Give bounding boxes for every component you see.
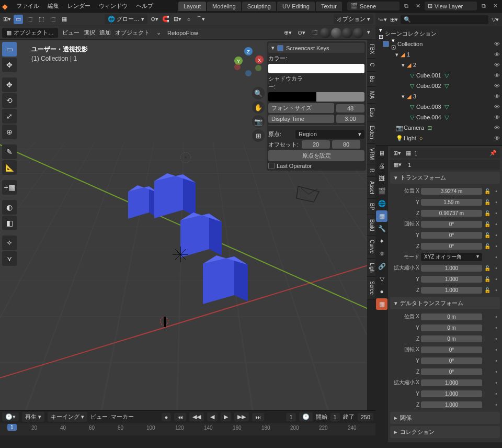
ptab-render[interactable]: 🖥: [376, 148, 387, 159]
select-mode2-icon[interactable]: ⬚: [37, 15, 46, 24]
ptab-output[interactable]: 🖨: [376, 160, 387, 172]
select-mode3-icon[interactable]: ⬚: [48, 15, 58, 24]
ptab-data[interactable]: ▽: [376, 273, 387, 285]
outliner-search[interactable]: 🔍: [401, 15, 488, 24]
tool-cursor[interactable]: ✥: [2, 58, 17, 72]
xray-icon[interactable]: ⬚: [310, 28, 320, 37]
outliner-display-icon[interactable]: ⊞▾: [389, 15, 398, 24]
loc-y[interactable]: 1.59 m: [421, 199, 482, 206]
tool-select[interactable]: ▭: [2, 42, 17, 57]
autokey-icon[interactable]: ●: [162, 413, 172, 421]
visibility-toggle[interactable]: 👁: [493, 41, 501, 47]
menu-file[interactable]: ファイル: [12, 2, 43, 10]
hdr-select[interactable]: 選択: [84, 29, 95, 37]
camera-object[interactable]: [295, 184, 322, 206]
light-object[interactable]: [178, 150, 193, 166]
menu-edit[interactable]: 編集: [43, 2, 63, 10]
ptab-modifiers[interactable]: 🔧: [376, 223, 387, 234]
mode-selector[interactable]: ▦ オブジェクト…: [2, 28, 58, 38]
dloc-z[interactable]: 0 m: [421, 335, 482, 342]
breadcrumb[interactable]: ⊞▾ ▦ 1📌: [390, 148, 500, 158]
menu-help[interactable]: ヘルプ: [132, 2, 157, 10]
tool-add-cube[interactable]: +▦: [2, 180, 17, 195]
workspace-tab-layout[interactable]: Layout: [178, 2, 206, 11]
drot-z[interactable]: 0°: [421, 368, 482, 375]
origin-dropdown[interactable]: Region▾: [295, 130, 364, 139]
visibility-toggle[interactable]: 👁: [493, 114, 501, 120]
scale-x[interactable]: 1.000: [421, 265, 482, 272]
dloc-x[interactable]: 0 m: [421, 313, 482, 320]
scale-y[interactable]: 1.000: [421, 276, 482, 283]
lastop-checkbox[interactable]: [268, 163, 275, 169]
ptab-particles[interactable]: ✦: [376, 236, 387, 247]
workspace-tab-texture[interactable]: Textur: [316, 2, 342, 11]
ntab-build[interactable]: Build: [367, 215, 375, 236]
select-mode-icon[interactable]: ⬚: [25, 15, 35, 24]
tool-extra3[interactable]: ✧: [2, 236, 17, 250]
current-frame[interactable]: 1: [286, 413, 295, 421]
drot-y[interactable]: 0°: [421, 357, 482, 364]
ntab-r[interactable]: R: [367, 164, 375, 177]
dloc-y[interactable]: 0 m: [421, 324, 482, 331]
tree-item-Cube-001[interactable]: ▽ Cube.001▽👁: [376, 70, 501, 81]
proportional-falloff-icon[interactable]: ⌒▾: [196, 15, 205, 24]
playhead[interactable]: 1: [7, 424, 17, 431]
sk-enable-checkbox[interactable]: [277, 45, 283, 51]
tree-item-1[interactable]: ▾ ◢ 1👁: [376, 49, 501, 60]
timeline-marker[interactable]: マーカー: [111, 413, 134, 421]
menu-window[interactable]: ウィンドウ: [95, 2, 132, 10]
displaytime-value[interactable]: 3.00: [336, 115, 364, 123]
end-frame[interactable]: 250: [358, 413, 373, 421]
fontsize-value[interactable]: 48: [336, 104, 364, 113]
delta-transform-section[interactable]: ▾ デルタトランスフォーム: [390, 297, 500, 309]
play-reverse-icon[interactable]: ◀: [207, 412, 218, 421]
jump-next-key-icon[interactable]: ▶▶: [234, 412, 249, 421]
datablock-row[interactable]: ▦▾ 1: [390, 160, 500, 170]
ntab-asset[interactable]: Asset: [367, 177, 375, 199]
ntab-scree[interactable]: Scree: [367, 277, 375, 299]
ntab-eas[interactable]: Eas: [367, 104, 375, 121]
visibility-toggle[interactable]: 👁: [493, 125, 501, 131]
drot-x[interactable]: 0°: [421, 346, 482, 353]
dscale-z[interactable]: 1.000: [421, 401, 482, 408]
layer-close-icon[interactable]: ✕: [490, 2, 500, 11]
visibility-toggle[interactable]: 👁: [493, 72, 501, 79]
orientation-dropdown[interactable]: 🌐 グロー…▾: [105, 14, 147, 24]
relations-section[interactable]: ▸ 関係: [390, 412, 500, 424]
ptab-scene[interactable]: 🎬: [376, 185, 387, 197]
shading-options-icon[interactable]: ▾: [364, 28, 373, 37]
layer-browse-icon[interactable]: ⧉: [479, 2, 488, 11]
menu-render[interactable]: レンダー: [63, 2, 95, 10]
dscale-x[interactable]: 1.000: [421, 379, 482, 386]
ptab-physics[interactable]: ⚛: [376, 248, 387, 260]
collection-section[interactable]: ▸ コレクション: [390, 426, 500, 438]
perspective-toggle-icon[interactable]: ⊞: [252, 129, 265, 142]
rot-y[interactable]: 0°: [421, 232, 482, 239]
scene-close-icon[interactable]: ✕: [413, 2, 423, 11]
overlay-toggle-icon[interactable]: ⊙▾: [296, 28, 306, 38]
tree-item-3[interactable]: ▾ ◢ 3👁: [376, 91, 501, 102]
tool-rotate[interactable]: ⟲: [2, 93, 17, 108]
ntab-bp[interactable]: BP: [367, 199, 375, 215]
camera-view-icon[interactable]: 📷: [252, 115, 265, 128]
tree-item-Cube-002[interactable]: ▽ Cube.002▽👁: [376, 81, 501, 91]
gizmo-toggle-icon[interactable]: ⊕▾: [283, 28, 292, 38]
loc-x[interactable]: 3.9274 m: [421, 188, 482, 195]
transform-section[interactable]: ▾ トランスフォーム: [390, 172, 500, 184]
editor-type-icon[interactable]: ⊞▾: [2, 15, 12, 24]
navigation-gizmo[interactable]: Z X Y: [231, 45, 266, 80]
visibility-toggle[interactable]: 👁: [493, 51, 501, 58]
shadow-swatch[interactable]: [268, 92, 364, 102]
hdr-view[interactable]: ビュー: [62, 29, 79, 37]
tool-extra2[interactable]: ◧: [2, 216, 17, 230]
ntab-exten[interactable]: Exten: [367, 121, 375, 144]
visibility-toggle[interactable]: 👁: [493, 135, 501, 141]
tool-measure[interactable]: 📐: [2, 160, 17, 175]
color-swatch[interactable]: [268, 64, 364, 73]
zoom-icon[interactable]: 🔍: [252, 87, 265, 99]
tool-extra1[interactable]: ◐: [2, 200, 17, 215]
set-origin-button[interactable]: 原点を設定: [268, 150, 364, 161]
visibility-toggle[interactable]: 👁: [493, 83, 501, 89]
tree-collection[interactable]: ▾ ⊡ Collection👁: [376, 39, 501, 49]
tree-item-Camera[interactable]: 📷 Camera⊡👁: [376, 122, 501, 133]
